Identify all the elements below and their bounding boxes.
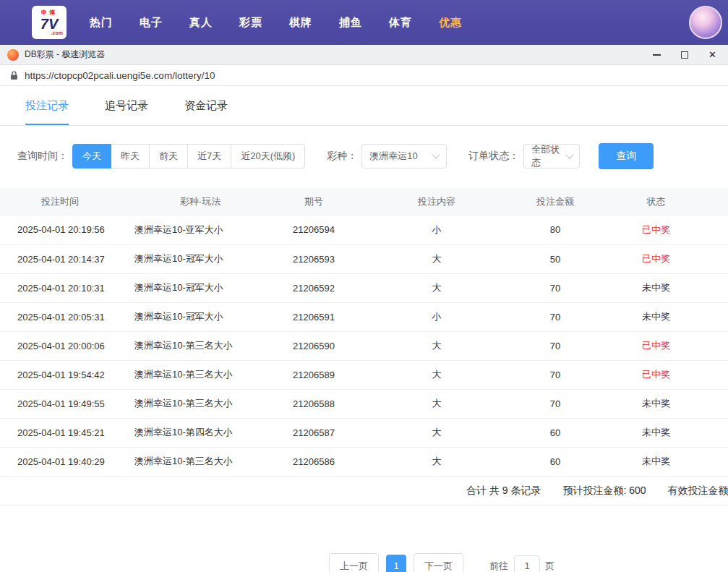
cell-bet-content: 大 (347, 360, 526, 389)
browser-addressbar: https://ctopcp02pcali.uengi5e.com/lotter… (0, 65, 728, 86)
nav-item-cards[interactable]: 棋牌 (289, 16, 312, 30)
screen: 申博 7V .com 热门 电子 真人 彩票 棋牌 捕鱼 体育 优惠 DB彩票 … (0, 0, 728, 572)
cell-status: 未中奖 (584, 418, 728, 447)
cell-bet-time: 2025-04-01 19:49:55 (0, 389, 120, 418)
cell-issue: 21206589 (281, 360, 347, 389)
site-favicon-icon (7, 49, 19, 61)
cell-bet-amount: 70 (526, 331, 584, 360)
cell-bet-content: 小 (347, 302, 526, 331)
cell-game-play: 澳洲幸运10-冠军大小 (120, 273, 281, 302)
time-option-daybefore[interactable]: 前天 (149, 144, 188, 168)
nav-item-lottery[interactable]: 彩票 (239, 16, 262, 30)
site-navbar: 申博 7V .com 热门 电子 真人 彩票 棋牌 捕鱼 体育 优惠 (0, 0, 728, 45)
cell-bet-time: 2025-04-01 19:54:42 (0, 360, 120, 389)
nav-item-promo[interactable]: 优惠 (439, 16, 462, 30)
bet-records-table: 投注时间 彩种-玩法 期号 投注内容 投注金额 状态 2025-04-01 20… (0, 188, 728, 477)
url-field[interactable]: https://ctopcp02pcali.uengi5e.com/lotter… (25, 70, 215, 81)
cell-bet-content: 大 (347, 331, 526, 360)
window-controls: ✕ (653, 50, 721, 59)
cell-status: 未中奖 (584, 273, 728, 302)
tab-chase-records[interactable]: 追号记录 (105, 86, 148, 125)
nav-item-live[interactable]: 真人 (189, 16, 213, 30)
table-body: 2025-04-01 20:19:56 澳洲幸运10-亚军大小 21206594… (0, 215, 728, 476)
cell-bet-amount: 80 (526, 215, 584, 244)
time-option-20days[interactable]: 近20天(低频) (231, 144, 305, 168)
nav-item-slots[interactable]: 电子 (140, 16, 163, 30)
time-option-7days[interactable]: 近7天 (187, 144, 231, 168)
cell-bet-time: 2025-04-01 20:14:37 (0, 244, 120, 273)
cell-game-play: 澳洲幸运10-冠军大小 (120, 244, 281, 273)
status-filter-label: 订单状态： (468, 150, 519, 163)
column-header-time: 投注时间 (0, 188, 120, 215)
cell-bet-content: 大 (347, 389, 526, 418)
cell-issue: 21206594 (281, 215, 347, 244)
filter-bar: 查询时间： 今天 昨天 前天 近7天 近20天(低频) 彩种： 澳洲幸运10 订… (0, 126, 728, 169)
cell-bet-amount: 70 (526, 389, 584, 418)
cell-bet-time: 2025-04-01 20:05:31 (0, 302, 120, 331)
lottery-select[interactable]: 澳洲幸运10 (361, 144, 447, 168)
site-nav-menu: 热门 电子 真人 彩票 棋牌 捕鱼 体育 优惠 (90, 16, 462, 30)
site-logo[interactable]: 申博 7V .com (32, 6, 67, 39)
cell-game-play: 澳洲幸运10-第三名大小 (120, 447, 281, 476)
lottery-filter-label: 彩种： (327, 150, 357, 163)
table-row: 2025-04-01 20:19:56 澳洲幸运10-亚军大小 21206594… (0, 215, 728, 244)
tab-bet-records[interactable]: 投注记录 (25, 86, 69, 125)
prev-page-button[interactable]: 上一页 (329, 553, 379, 572)
cell-status: 未中奖 (584, 302, 728, 331)
cell-status: 未中奖 (584, 389, 728, 418)
cell-bet-content: 小 (347, 215, 526, 244)
page-number-current[interactable]: 1 (386, 555, 406, 572)
goto-page-input[interactable] (514, 555, 540, 572)
table-row: 2025-04-01 20:05:31 澳洲幸运10-冠军大小 21206591… (0, 302, 728, 331)
page-word-label: 页 (545, 560, 554, 572)
cell-game-play: 澳洲幸运10-第三名大小 (120, 360, 281, 389)
cell-game-play: 澳洲幸运10-第四名大小 (120, 418, 281, 447)
lock-icon (10, 71, 18, 80)
cell-bet-time: 2025-04-01 19:45:21 (0, 418, 120, 447)
table-row: 2025-04-01 20:14:37 澳洲幸运10-冠军大小 21206593… (0, 244, 728, 273)
cell-game-play: 澳洲幸运10-亚军大小 (120, 215, 281, 244)
cell-game-play: 澳洲幸运10-第三名大小 (120, 331, 281, 360)
minimize-icon[interactable] (653, 54, 661, 56)
avatar[interactable] (689, 6, 722, 39)
cell-status: 已中奖 (584, 244, 728, 273)
cell-bet-time: 2025-04-01 19:40:29 (0, 447, 120, 476)
summary-expected: 预计投注金额: 600 (562, 485, 646, 498)
cell-bet-amount: 50 (526, 244, 584, 273)
nav-item-hot[interactable]: 热门 (90, 16, 113, 30)
next-page-button[interactable]: 下一页 (414, 553, 463, 572)
table-row: 2025-04-01 19:40:29 澳洲幸运10-第三名大小 2120658… (0, 447, 728, 476)
cell-status: 已中奖 (584, 331, 728, 360)
cell-bet-amount: 70 (526, 360, 584, 389)
column-header-issue: 期号 (281, 188, 347, 215)
logo-main-text: 7V (40, 17, 58, 31)
order-status-select[interactable]: 全部状态 (523, 144, 580, 168)
cell-bet-content: 大 (347, 273, 526, 302)
close-icon[interactable]: ✕ (708, 50, 716, 59)
nav-item-sports[interactable]: 体育 (389, 16, 412, 30)
cell-bet-time: 2025-04-01 20:19:56 (0, 215, 120, 244)
time-option-today[interactable]: 今天 (72, 144, 111, 168)
logo-top-text: 申博 (41, 10, 57, 16)
cell-issue: 21206590 (281, 331, 347, 360)
maximize-icon[interactable] (681, 51, 688, 59)
nav-item-fishing[interactable]: 捕鱼 (339, 16, 362, 30)
cell-game-play: 澳洲幸运10-冠军大小 (120, 302, 281, 331)
cell-bet-time: 2025-04-01 20:10:31 (0, 273, 120, 302)
tab-fund-records[interactable]: 资金记录 (184, 86, 228, 125)
chevron-down-icon (432, 150, 440, 158)
table-row: 2025-04-01 19:49:55 澳洲幸运10-第三名大小 2120658… (0, 389, 728, 418)
cell-bet-content: 大 (347, 244, 526, 273)
logo-suffix-text: .com (51, 30, 63, 35)
cell-status: 已中奖 (584, 360, 728, 389)
cell-issue: 21206591 (281, 302, 347, 331)
cell-bet-amount: 70 (526, 273, 584, 302)
goto-page-label: 前往 (489, 560, 508, 572)
time-option-yesterday[interactable]: 昨天 (111, 144, 150, 168)
time-filter-label: 查询时间： (17, 150, 68, 163)
cell-bet-time: 2025-04-01 20:00:06 (0, 331, 120, 360)
column-header-content: 投注内容 (347, 188, 526, 215)
cell-issue: 21206593 (281, 244, 347, 273)
search-button[interactable]: 查询 (599, 143, 654, 169)
column-header-amount: 投注金额 (526, 188, 584, 215)
